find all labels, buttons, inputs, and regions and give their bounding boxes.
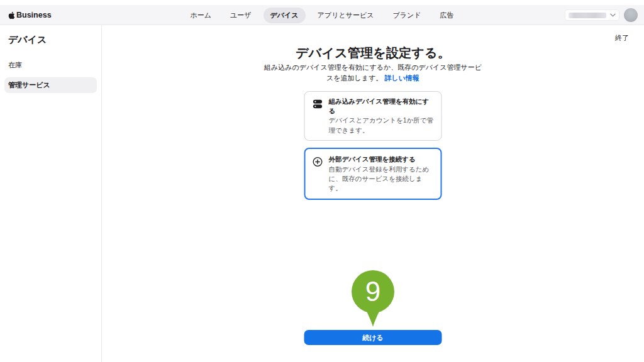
option-description: デバイスとアカウントを1か所で管理できます。	[329, 116, 435, 134]
sidebar: デバイス 在庫 管理サービス	[0, 26, 102, 362]
redacted-organization-name	[569, 13, 606, 18]
option-description: 自動デバイス登録を利用するために、既存のサービスを接続します。	[329, 165, 435, 194]
nav-item-brand[interactable]: ブランド	[386, 8, 428, 23]
subtitle-text: 組み込みのデバイス管理を有効にするか、既存のデバイス管理サービスを追加します。	[264, 63, 482, 82]
nav-item-ads[interactable]: 広告	[433, 8, 460, 23]
user-avatar[interactable]	[624, 8, 638, 22]
header-right-controls	[565, 5, 638, 25]
device-stack-icon	[313, 99, 323, 109]
main-content: 終了 デバイス管理を設定する。 組み込みのデバイス管理を有効にするか、既存のデバ…	[102, 26, 644, 362]
continue-button[interactable]: 続ける	[304, 330, 442, 345]
exit-button[interactable]: 終了	[615, 33, 629, 43]
page-title: デバイス管理を設定する。	[102, 45, 644, 62]
nav-item-apps-services[interactable]: アプリとサービス	[311, 8, 381, 23]
top-navigation-bar: Business ホーム ユーザ デバイス アプリとサービス ブランド 広告	[0, 5, 644, 25]
option-text: 外部デバイス管理を接続する 自動デバイス登録を利用するために、既存のサービスを接…	[329, 155, 435, 193]
step-marker-circle: 9	[352, 270, 394, 313]
main-nav: ホーム ユーザ デバイス アプリとサービス ブランド 広告	[0, 5, 644, 25]
organization-dropdown[interactable]	[565, 9, 619, 21]
option-title: 組み込みデバイス管理を有効にする	[329, 97, 435, 115]
step-marker-tail	[365, 308, 381, 327]
chevron-down-icon	[610, 13, 616, 17]
step-number: 9	[365, 278, 380, 305]
plus-circle-icon	[313, 156, 323, 167]
page: Business ホーム ユーザ デバイス アプリとサービス ブランド 広告 デ…	[0, 0, 644, 362]
option-card-builtin-device-management[interactable]: 組み込みデバイス管理を有効にする デバイスとアカウントを1か所で管理できます。	[304, 91, 442, 141]
sidebar-item-management-services[interactable]: 管理サービス	[4, 77, 97, 93]
option-card-external-device-management[interactable]: 外部デバイス管理を接続する 自動デバイス登録を利用するために、既存のサービスを接…	[304, 148, 442, 200]
learn-more-link[interactable]: 詳しい情報	[384, 74, 419, 82]
nav-item-home[interactable]: ホーム	[184, 8, 219, 23]
option-text: 組み込みデバイス管理を有効にする デバイスとアカウントを1か所で管理できます。	[329, 97, 435, 135]
nav-item-devices[interactable]: デバイス	[264, 8, 306, 23]
step-marker-badge: 9	[352, 270, 394, 327]
sidebar-item-inventory[interactable]: 在庫	[4, 57, 97, 73]
page-subtitle: 組み込みのデバイス管理を有効にするか、既存のデバイス管理サービスを追加します。 …	[262, 62, 484, 83]
nav-item-users[interactable]: ユーザ	[223, 8, 258, 23]
sidebar-title: デバイス	[8, 34, 101, 46]
option-title: 外部デバイス管理を接続する	[329, 155, 435, 164]
mdm-option-cards: 組み込みデバイス管理を有効にする デバイスとアカウントを1か所で管理できます。 …	[304, 91, 442, 200]
